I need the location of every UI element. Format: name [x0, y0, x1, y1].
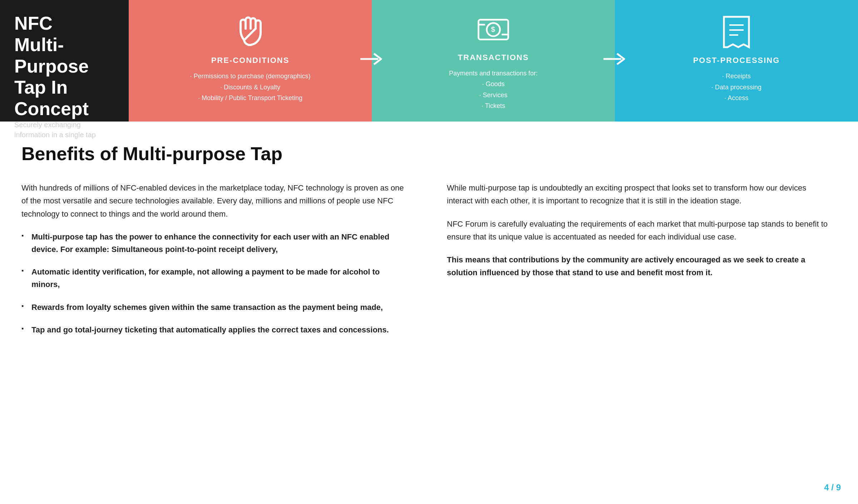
left-intro: With hundreds of millions of NFC-enabled…: [21, 182, 404, 221]
left-bullets: Multi-purpose tap has the power to enhan…: [21, 231, 404, 336]
right-column: While multi-purpose tap is undoubtedly a…: [447, 182, 829, 346]
money-icon: $: [474, 11, 513, 48]
transactions-panel: $ TRANSACTIONS Payments and transactions…: [372, 0, 615, 122]
right-para-1: While multi-purpose tap is undoubtedly a…: [447, 182, 829, 208]
transactions-items: Payments and transactions for: · Goods ·…: [449, 68, 538, 112]
receipt-icon: [717, 11, 756, 51]
page-number: 4 / 9: [824, 483, 841, 493]
preconditions-panel: PRE-CONDITIONS · Permissions to purchase…: [129, 0, 372, 122]
banner: NFC Multi-Purpose Tap In Concept Securel…: [0, 0, 858, 122]
arrow-2: [602, 50, 628, 68]
main-heading: Benefits of Multi-purpose Tap: [21, 143, 829, 164]
banner-title-panel: NFC Multi-Purpose Tap In Concept Securel…: [0, 0, 129, 122]
svg-text:$: $: [491, 25, 495, 33]
main-content: Benefits of Multi-purpose Tap With hundr…: [0, 122, 858, 375]
right-para-2: NFC Forum is carefully evaluating the re…: [447, 218, 829, 244]
preconditions-items: · Permissions to purchase (demographics)…: [190, 71, 310, 104]
transactions-label: TRANSACTIONS: [458, 53, 529, 62]
bullet-2: Automatic identity verification, for exa…: [21, 266, 404, 291]
bullet-3: Rewards from loyalty schemes given withi…: [21, 301, 404, 313]
right-para-3: This means that contributions by the com…: [447, 253, 829, 280]
banner-subtitle: Securely exchanging information in a sin…: [14, 120, 114, 140]
postprocessing-label: POST-PROCESSING: [693, 56, 780, 65]
postprocessing-items: · Receipts · Data processing · Access: [711, 71, 761, 104]
left-column: With hundreds of millions of NFC-enabled…: [21, 182, 404, 346]
arrow-1: [359, 50, 385, 68]
postprocessing-panel: POST-PROCESSING · Receipts · Data proces…: [615, 0, 858, 122]
bullet-1: Multi-purpose tap has the power to enhan…: [21, 231, 404, 256]
two-column-layout: With hundreds of millions of NFC-enabled…: [21, 182, 829, 346]
banner-heading: NFC Multi-Purpose Tap In Concept: [14, 13, 114, 120]
hand-icon: [231, 11, 270, 51]
preconditions-label: PRE-CONDITIONS: [211, 56, 290, 65]
bullet-4: Tap and go total-journey ticketing that …: [21, 323, 404, 336]
